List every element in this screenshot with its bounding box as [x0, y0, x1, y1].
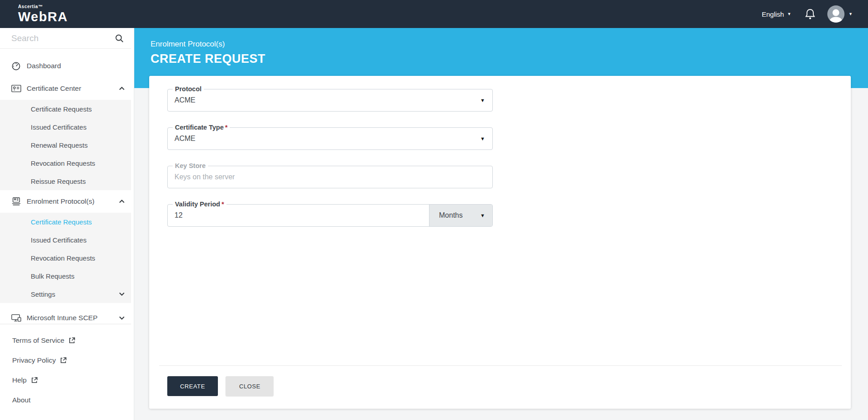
validity-period-input[interactable] — [168, 205, 428, 226]
certificate-center-submenu: Certificate Requests Issued Certificates… — [0, 100, 134, 190]
sidebar-item-label: Microsoft Intune SCEP — [27, 314, 98, 322]
key-store-field: Key Store — [167, 166, 493, 188]
chevron-up-icon — [119, 87, 125, 90]
user-avatar[interactable] — [827, 5, 844, 23]
create-request-form-card: Protocol ACME ▼ Certificate Type* ACME ▼… — [149, 76, 851, 409]
subitem-label: Issued Certificates — [31, 123, 86, 131]
user-menu-caret-icon[interactable]: ▼ — [849, 12, 853, 16]
certificate-icon — [11, 84, 21, 93]
sidebar-subitem-issued-certificates[interactable]: Issued Certificates — [0, 118, 134, 136]
subitem-label: Revocation Requests — [31, 159, 95, 167]
sidebar-subitem-reissue-requests[interactable]: Reissue Requests — [0, 172, 134, 190]
validity-unit-label: Months — [439, 211, 462, 219]
sidebar-subitem-revocation-requests[interactable]: Revocation Requests — [0, 154, 134, 172]
notifications-bell-icon[interactable] — [805, 8, 816, 20]
validity-period-field: Validity Period* Months ▼ — [167, 204, 493, 227]
dropdown-caret-icon: ▼ — [480, 213, 485, 218]
sidebar-footer-links: Terms of Service Privacy Policy Help — [0, 324, 134, 410]
subitem-label: Settings — [31, 290, 55, 298]
subitem-label: Reissue Requests — [31, 177, 86, 185]
top-navbar: Ascertia™ WebRA English ▼ ▼ — [0, 0, 868, 28]
form-actions: CREATE CLOSE — [149, 365, 851, 396]
sidebar-search — [0, 28, 134, 49]
brand-product: WebRA — [18, 10, 68, 23]
sidebar-item-dashboard[interactable]: Dashboard — [0, 55, 134, 77]
sidebar-subitem-renewal-requests[interactable]: Renewal Requests — [0, 136, 134, 154]
sidebar-item-label: Certificate Center — [27, 84, 81, 93]
certificate-type-label: Certificate Type* — [173, 124, 230, 131]
create-button[interactable]: CREATE — [167, 376, 218, 396]
dashboard-icon — [11, 61, 21, 71]
footer-link-label: About — [12, 396, 31, 404]
language-selector[interactable]: English ▼ — [762, 10, 791, 18]
breadcrumb: Enrolment Protocol(s) — [151, 40, 868, 49]
device-monitor-icon — [11, 314, 21, 322]
subitem-label: Certificate Requests — [31, 218, 92, 226]
subitem-label: Issued Certificates — [31, 236, 86, 244]
search-icon[interactable] — [115, 34, 124, 43]
chevron-down-icon: ▼ — [787, 12, 791, 16]
enrolment-protocols-submenu: Certificate Requests Issued Certificates… — [0, 213, 134, 303]
sidebar-subitem-ep-settings[interactable]: Settings — [0, 285, 134, 303]
protocol-select[interactable]: ACME — [168, 89, 492, 104]
privacy-policy-link[interactable]: Privacy Policy — [0, 350, 134, 370]
brand-company: Ascertia™ — [18, 5, 68, 9]
footer-link-label: Terms of Service — [12, 336, 64, 345]
protocol-field: Protocol ACME ▼ — [167, 89, 493, 112]
validity-unit-select[interactable]: Months ▼ — [429, 205, 492, 226]
chevron-up-icon — [119, 200, 125, 203]
language-label: English — [762, 10, 784, 18]
sidebar-subitem-ep-issued-certificates[interactable]: Issued Certificates — [0, 231, 134, 249]
subitem-label: Certificate Requests — [31, 105, 92, 113]
sidebar-subitem-ep-revocation-requests[interactable]: Revocation Requests — [0, 249, 134, 267]
sidebar-nav: Dashboard Certificate Center Certificate… — [0, 49, 134, 324]
external-link-icon — [68, 337, 75, 344]
about-link[interactable]: About — [0, 390, 134, 410]
navbar-right: English ▼ ▼ — [762, 5, 853, 23]
footer-link-label: Help — [12, 376, 27, 384]
help-link[interactable]: Help — [0, 370, 134, 390]
subitem-label: Revocation Requests — [31, 254, 95, 262]
sidebar-subitem-ep-certificate-requests[interactable]: Certificate Requests — [0, 213, 134, 231]
certificate-type-field: Certificate Type* ACME ▼ — [167, 127, 493, 150]
sidebar-item-enrolment-protocols[interactable]: Enrolment Protocol(s) — [0, 190, 134, 213]
footer-link-label: Privacy Policy — [12, 356, 56, 364]
chevron-down-icon — [119, 316, 125, 320]
sidebar-subitem-ep-bulk-requests[interactable]: Bulk Requests — [0, 267, 134, 285]
actions-divider — [159, 365, 842, 366]
chevron-down-icon — [119, 292, 125, 296]
brand-logo[interactable]: Ascertia™ WebRA — [18, 5, 68, 23]
required-marker: * — [225, 124, 228, 131]
terms-of-service-link[interactable]: Terms of Service — [0, 331, 134, 350]
external-link-icon — [31, 377, 38, 384]
sidebar-item-label: Dashboard — [27, 62, 61, 70]
protocol-label: Protocol — [173, 85, 204, 93]
sidebar: Dashboard Certificate Center Certificate… — [0, 28, 134, 420]
sidebar-subitem-certificate-requests[interactable]: Certificate Requests — [0, 100, 134, 118]
search-input[interactable] — [0, 28, 108, 48]
sidebar-scrollbar[interactable] — [131, 28, 134, 420]
sidebar-item-label: Enrolment Protocol(s) — [27, 197, 94, 205]
subitem-label: Bulk Requests — [31, 272, 75, 280]
subitem-label: Renewal Requests — [31, 141, 88, 149]
main-content: Enrolment Protocol(s) CREATE REQUEST Pro… — [134, 28, 868, 420]
external-link-icon — [60, 357, 67, 364]
sidebar-item-microsoft-intune-scep[interactable]: Microsoft Intune SCEP — [0, 307, 134, 324]
enrolment-station-icon — [11, 197, 21, 206]
close-button[interactable]: CLOSE — [226, 376, 274, 396]
sidebar-item-certificate-center[interactable]: Certificate Center — [0, 77, 134, 100]
page-title: CREATE REQUEST — [151, 52, 868, 66]
key-store-input[interactable] — [168, 166, 428, 188]
